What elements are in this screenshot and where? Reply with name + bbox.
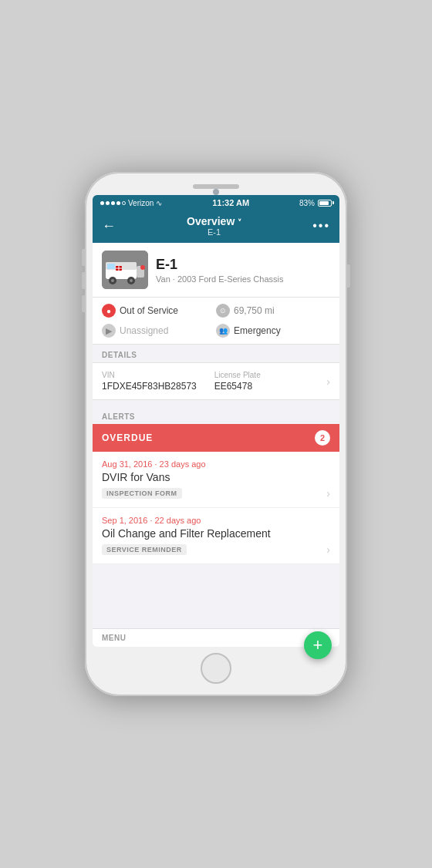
phone-screen: Verizon ∿ 11:32 AM 83% ← Overview ˅ E-1 bbox=[93, 195, 339, 647]
vehicle-header: E-1 Van · 2003 Ford E-Series Chassis bbox=[93, 243, 339, 298]
details-section-label: DETAILS bbox=[93, 345, 339, 362]
battery-fill bbox=[319, 201, 329, 205]
ambulance-image bbox=[102, 251, 148, 289]
mileage-label: 69,750 mi bbox=[234, 305, 275, 316]
status-row: ● Out of Service ⊙ 69,750 mi ▶ Unassigne… bbox=[93, 298, 339, 345]
dot-2 bbox=[106, 201, 110, 205]
person-icon: ▶ bbox=[102, 324, 116, 338]
mileage-status: ⊙ 69,750 mi bbox=[216, 304, 330, 318]
vehicle-description: Van · 2003 Ford E-Series Chassis bbox=[156, 274, 330, 284]
time-display: 11:32 AM bbox=[212, 198, 249, 207]
vin-plate-row[interactable]: VIN 1FDXE45F83HB28573 License Plate EE65… bbox=[93, 363, 339, 399]
odometer-icon: ⊙ bbox=[216, 304, 230, 318]
battery-pct-label: 83% bbox=[299, 199, 315, 207]
battery-icon bbox=[318, 200, 332, 207]
details-card: VIN 1FDXE45F83HB28573 License Plate EE65… bbox=[93, 362, 339, 400]
plate-label: License Plate bbox=[214, 371, 327, 379]
dot-4 bbox=[116, 201, 120, 205]
power-button[interactable] bbox=[347, 264, 350, 288]
alert-1-row: INSPECTION FORM › bbox=[102, 487, 330, 500]
carrier-label: Verizon bbox=[128, 199, 154, 207]
driver-label: Unassigned bbox=[120, 325, 168, 336]
back-button[interactable]: ← bbox=[102, 218, 116, 234]
overdue-badge: 2 bbox=[315, 430, 330, 446]
status-left: Verizon ∿ bbox=[100, 199, 162, 207]
svg-rect-11 bbox=[107, 264, 115, 269]
home-button[interactable] bbox=[201, 653, 231, 684]
vin-value: 1FDXE45F83HB28573 bbox=[102, 381, 214, 392]
vin-label: VIN bbox=[102, 371, 214, 379]
more-menu-button[interactable]: ••• bbox=[312, 219, 330, 233]
out-of-service-icon: ● bbox=[102, 304, 116, 318]
svg-point-7 bbox=[130, 279, 133, 282]
alert-2-row: SERVICE REMINDER › bbox=[102, 543, 330, 556]
alert-2-date: Sep 1, 2016 · 22 days ago bbox=[102, 516, 330, 525]
title-chevron-icon: ˅ bbox=[238, 218, 241, 227]
silent-button[interactable] bbox=[82, 295, 85, 312]
overdue-banner: OVERDUE 2 bbox=[93, 424, 339, 452]
wifi-icon: ∿ bbox=[156, 199, 162, 207]
phone-camera bbox=[213, 189, 219, 195]
out-of-service-label: Out of Service bbox=[120, 305, 178, 316]
overdue-label: OVERDUE bbox=[102, 432, 153, 443]
alert-2-title: Oil Change and Filter Replacement bbox=[102, 527, 330, 540]
status-bar: Verizon ∿ 11:32 AM 83% bbox=[93, 195, 339, 210]
alert-item-1[interactable]: Aug 31, 2016 · 23 days ago DVIR for Vans… bbox=[93, 452, 339, 508]
alert-1-chevron-icon: › bbox=[326, 487, 330, 500]
menu-bar: MENU bbox=[93, 628, 339, 647]
dot-3 bbox=[111, 201, 115, 205]
alert-1-title: DVIR for Vans bbox=[102, 471, 330, 483]
plate-col: License Plate EE65478 bbox=[214, 371, 327, 392]
alerts-section-label: ALERTS bbox=[93, 406, 339, 424]
alert-2-chevron-icon: › bbox=[326, 543, 330, 556]
nav-bar: ← Overview ˅ E-1 ••• bbox=[93, 210, 339, 243]
out-of-service-status: ● Out of Service bbox=[102, 304, 216, 318]
phone-shell: Verizon ∿ 11:32 AM 83% ← Overview ˅ E-1 bbox=[85, 172, 347, 696]
alert-2-tag: SERVICE REMINDER bbox=[102, 544, 187, 555]
alert-1-tag: INSPECTION FORM bbox=[102, 488, 182, 499]
signal-dots bbox=[100, 201, 126, 205]
vehicle-name: E-1 bbox=[156, 257, 330, 273]
volume-up-button[interactable] bbox=[82, 249, 85, 266]
alert-item-2[interactable]: Sep 1, 2016 · 22 days ago Oil Change and… bbox=[93, 508, 339, 564]
status-right: 83% bbox=[299, 199, 332, 207]
driver-status: ▶ Unassigned bbox=[102, 324, 216, 338]
dot-5 bbox=[122, 201, 126, 205]
svg-point-5 bbox=[111, 279, 114, 282]
details-chevron-icon: › bbox=[326, 375, 330, 388]
group-label: Emergency bbox=[234, 325, 281, 336]
vehicle-thumbnail bbox=[102, 251, 148, 289]
svg-point-12 bbox=[140, 265, 145, 270]
vehicle-info: E-1 Van · 2003 Ford E-Series Chassis bbox=[156, 257, 330, 284]
group-status: 👥 Emergency bbox=[216, 324, 330, 338]
plate-value: EE65478 bbox=[214, 381, 327, 392]
nav-subtitle: E-1 bbox=[187, 227, 241, 237]
dot-1 bbox=[100, 201, 104, 205]
alert-1-date: Aug 31, 2016 · 23 days ago bbox=[102, 459, 330, 469]
nav-center: Overview ˅ E-1 bbox=[187, 215, 241, 237]
volume-down-button[interactable] bbox=[82, 272, 85, 289]
group-icon: 👥 bbox=[216, 324, 230, 338]
content-area: E-1 Van · 2003 Ford E-Series Chassis ● O… bbox=[93, 243, 339, 628]
vin-col: VIN 1FDXE45F83HB28573 bbox=[102, 371, 214, 392]
nav-title: Overview ˅ bbox=[187, 215, 241, 227]
